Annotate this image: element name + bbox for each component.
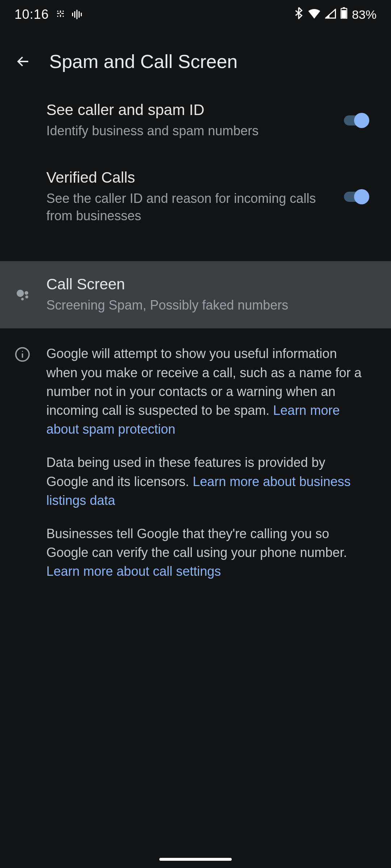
battery-icon	[340, 7, 348, 22]
info-text: Google will attempt to show you useful i…	[46, 344, 369, 595]
svg-rect-3	[60, 14, 61, 17]
svg-point-5	[63, 10, 64, 12]
app-header: Spam and Call Screen	[0, 29, 391, 87]
info-paragraph-1: Google will attempt to show you useful i…	[46, 344, 369, 439]
svg-rect-2	[60, 10, 61, 13]
svg-point-13	[25, 295, 28, 298]
setting-title: Call Screen	[46, 276, 355, 293]
svg-point-4	[57, 10, 59, 12]
status-bar: 10:16	[0, 0, 391, 29]
info-icon	[14, 346, 32, 364]
slack-icon	[55, 7, 66, 22]
status-left: 10:16	[14, 7, 82, 22]
wifi-icon	[308, 7, 321, 22]
svg-rect-0	[57, 13, 60, 14]
svg-point-7	[63, 16, 64, 17]
assistant-icon	[14, 286, 32, 303]
status-right: 83%	[294, 7, 377, 22]
toggle-verified-calls[interactable]	[340, 190, 369, 204]
info-paragraph-3: Businesses tell Google that they're call…	[46, 524, 369, 581]
info-section: Google will attempt to show you useful i…	[0, 330, 391, 610]
setting-subtitle: See the caller ID and reason for incomin…	[46, 190, 326, 225]
page-title: Spam and Call Screen	[49, 51, 237, 72]
setting-subtitle: Identify business and spam numbers	[46, 122, 326, 140]
svg-rect-1	[61, 13, 64, 14]
signal-icon	[325, 7, 336, 22]
info-text-3: Businesses tell Google that they're call…	[46, 526, 347, 560]
setting-call-screen[interactable]: Call Screen Screening Spam, Possibly fak…	[0, 261, 391, 329]
navigation-handle[interactable]	[159, 858, 232, 861]
link-call-settings[interactable]: Learn more about call settings	[46, 564, 221, 579]
svg-point-6	[57, 16, 59, 17]
setting-subtitle: Screening Spam, Possibly faked numbers	[46, 297, 355, 314]
setting-caller-spam-id[interactable]: See caller and spam ID Identify business…	[0, 87, 391, 154]
toggle-caller-spam-id[interactable]	[340, 113, 369, 128]
svg-point-14	[21, 298, 24, 301]
svg-rect-10	[342, 10, 346, 18]
info-paragraph-2: Data being used in these features is pro…	[46, 453, 369, 510]
setting-verified-calls[interactable]: Verified Calls See the caller ID and rea…	[0, 154, 391, 239]
setting-title: See caller and spam ID	[46, 101, 326, 119]
bluetooth-icon	[294, 7, 303, 22]
status-time: 10:16	[14, 7, 49, 22]
audio-visualizer-icon	[72, 10, 82, 19]
svg-point-17	[22, 351, 23, 352]
battery-percentage: 83%	[352, 8, 377, 22]
setting-title: Verified Calls	[46, 169, 326, 186]
back-button[interactable]	[14, 53, 32, 70]
svg-point-12	[25, 291, 28, 295]
svg-point-11	[17, 290, 24, 297]
